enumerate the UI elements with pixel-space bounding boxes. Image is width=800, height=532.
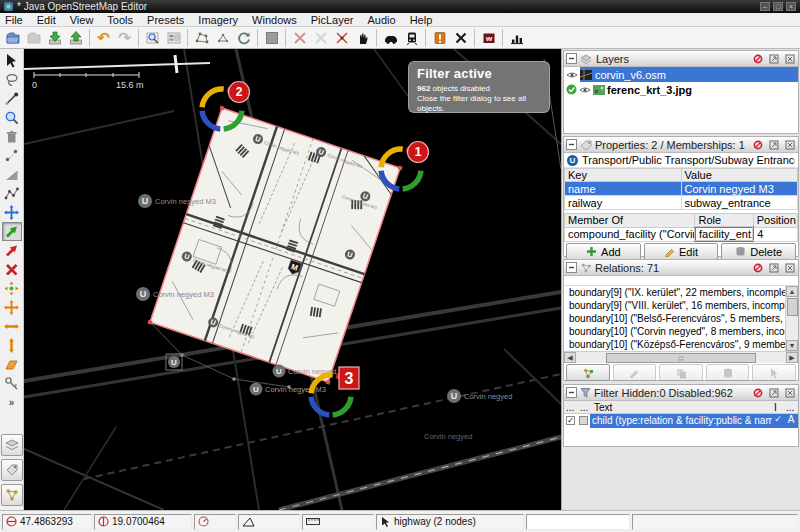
enabled-column-header[interactable]: ... <box>564 402 578 413</box>
maximize-button[interactable]: □ <box>773 2 783 11</box>
select-relation-button[interactable] <box>752 364 796 381</box>
follow-line-button[interactable] <box>352 28 373 48</box>
scale-x-tool-button[interactable] <box>2 317 22 336</box>
menu-view[interactable]: View <box>70 14 94 26</box>
filter-expression[interactable]: child (type:relation & facility:public &… <box>590 414 772 428</box>
relation-list-item[interactable]: boundary[9] ("VIII. kerület", 16 members… <box>564 299 798 312</box>
relation-list-item[interactable]: boundary[10] ("Középső-Ferencváros", 9 m… <box>564 338 798 351</box>
scroll-up-button[interactable]: ▲ <box>786 286 798 297</box>
role-header[interactable]: Role <box>695 214 753 228</box>
close-panel-button[interactable] <box>783 387 796 399</box>
close-panel-button[interactable] <box>783 53 796 65</box>
new-relation-button[interactable] <box>566 364 610 381</box>
menu-help[interactable]: Help <box>410 14 433 26</box>
scale-y-tool-button[interactable] <box>2 336 22 355</box>
menu-tools[interactable]: Tools <box>107 14 133 26</box>
layer-row-image[interactable]: ferenc_krt_3.jpg <box>564 82 798 97</box>
histogram-button[interactable] <box>506 28 527 48</box>
menu-imagery[interactable]: Imagery <box>198 14 238 26</box>
delete-tool-button[interactable] <box>2 127 22 146</box>
preferences-button[interactable] <box>163 28 184 48</box>
edit-tag-button[interactable]: Edit <box>644 243 719 260</box>
inverted-column-header[interactable]: I <box>772 402 784 413</box>
open-button[interactable] <box>2 28 23 48</box>
add-tag-button[interactable]: Add <box>566 243 641 260</box>
scrollbar-thumb[interactable]: ⁞⁞⁞ <box>606 353 756 363</box>
shear-tool-button[interactable] <box>2 355 22 374</box>
relation-list-item[interactable]: boundary[9] ("IX. kerület", 22 members, … <box>564 286 798 299</box>
collapse-icon[interactable] <box>566 53 577 64</box>
wikipedia-button[interactable]: w <box>478 28 499 48</box>
scroll-right-button[interactable]: ▶ <box>786 352 798 363</box>
relation-list-item[interactable]: boundary[10] ("Corvin negyed", 8 members… <box>564 325 798 338</box>
duplicate-relation-button[interactable] <box>659 364 703 381</box>
menu-windows[interactable]: Windows <box>252 14 297 26</box>
lasso-tool-button[interactable] <box>2 70 22 89</box>
search-preset-button[interactable] <box>142 28 163 48</box>
public-transport-button[interactable] <box>401 28 422 48</box>
tag-row-railway[interactable]: railway subway_entrance <box>565 196 798 210</box>
piclayer-new-layer-button[interactable] <box>261 28 282 48</box>
dock-button[interactable] <box>767 387 780 399</box>
delete-button[interactable] <box>450 28 471 48</box>
close-panel-button[interactable] <box>783 139 796 151</box>
align-in-circle-tool-button[interactable] <box>2 279 22 298</box>
vertical-scrollbar[interactable]: ▲ ▼ <box>785 286 798 351</box>
edit-relation-button[interactable] <box>613 364 657 381</box>
minimize-button[interactable]: – <box>760 2 770 11</box>
scroll-left-button[interactable]: ◀ <box>564 352 576 363</box>
toggle-relations-panel-button[interactable] <box>1 484 23 506</box>
tag-row-name[interactable]: name Corvin negyed M3 <box>565 182 798 196</box>
delete-tag-button[interactable]: Delete <box>721 243 796 260</box>
validation-warning-button[interactable] <box>429 28 450 48</box>
sticky-button[interactable] <box>751 53 764 65</box>
draw-node-tool-button[interactable] <box>2 89 22 108</box>
relation-list-item[interactable]: boundary[10] ("Belső-Ferencváros", 5 mem… <box>564 312 798 325</box>
member-of-header[interactable]: Member Of <box>565 214 695 228</box>
filter-inverted-check[interactable]: ✓ <box>772 414 784 428</box>
hiding-column-header[interactable]: ... <box>578 402 592 413</box>
piclayer-delete-tool-button[interactable] <box>2 260 22 279</box>
filter-hiding-checkbox[interactable] <box>579 416 588 425</box>
sticky-button[interactable] <box>751 139 764 151</box>
close-panel-button[interactable] <box>783 262 796 274</box>
membership-row[interactable]: compound_facility ("Corvin negyed M3", 1… <box>565 227 798 241</box>
refresh-button[interactable] <box>233 28 254 48</box>
message-field[interactable] <box>632 514 798 530</box>
toggle-properties-panel-button[interactable] <box>1 459 23 481</box>
combine-way-button[interactable] <box>310 28 331 48</box>
layer-row-osm[interactable]: corvin_v6.osm <box>564 67 798 82</box>
redo-button[interactable]: ↷ <box>114 28 135 48</box>
dock-button[interactable] <box>767 53 780 65</box>
upload-button[interactable] <box>65 28 86 48</box>
dock-button[interactable] <box>767 139 780 151</box>
filter-enabled-checkbox[interactable]: ✓ <box>566 416 575 425</box>
text-column-header[interactable]: Text <box>592 402 772 413</box>
menu-presets[interactable]: Presets <box>147 14 184 26</box>
unglue-way-button[interactable] <box>331 28 352 48</box>
menu-audio[interactable]: Audio <box>368 14 396 26</box>
key-column-header[interactable]: Key <box>565 169 682 182</box>
extract-node-tool-button[interactable] <box>2 184 22 203</box>
helper-field[interactable] <box>526 514 630 530</box>
piclayer-rotate-tool-button[interactable] <box>2 241 22 260</box>
menu-edit[interactable]: Edit <box>37 14 56 26</box>
split-way-button[interactable] <box>289 28 310 48</box>
toggle-layers-panel-button[interactable] <box>1 434 23 456</box>
angle-snap-tool-button[interactable] <box>2 165 22 184</box>
improve-accuracy-tool-button[interactable] <box>2 146 22 165</box>
move-node-tool-button[interactable] <box>2 203 22 222</box>
collapse-icon[interactable] <box>566 262 577 273</box>
update-multipolygon-button[interactable] <box>212 28 233 48</box>
close-button[interactable]: × <box>786 2 796 11</box>
delete-relation-button[interactable] <box>706 364 750 381</box>
relations-filter-field[interactable] <box>564 276 798 286</box>
preset-row[interactable]: U Transport/Public Transport/Subway Entr… <box>564 153 798 168</box>
menu-file[interactable]: File <box>5 14 23 26</box>
distribute-nodes-tool-button[interactable] <box>2 298 22 317</box>
collapse-icon[interactable] <box>566 139 577 150</box>
filter-row[interactable]: ✓ child (type:relation & facility:public… <box>564 414 798 428</box>
save-button[interactable] <box>23 28 44 48</box>
collapse-icon[interactable] <box>566 387 577 398</box>
create-multipolygon-button[interactable] <box>191 28 212 48</box>
